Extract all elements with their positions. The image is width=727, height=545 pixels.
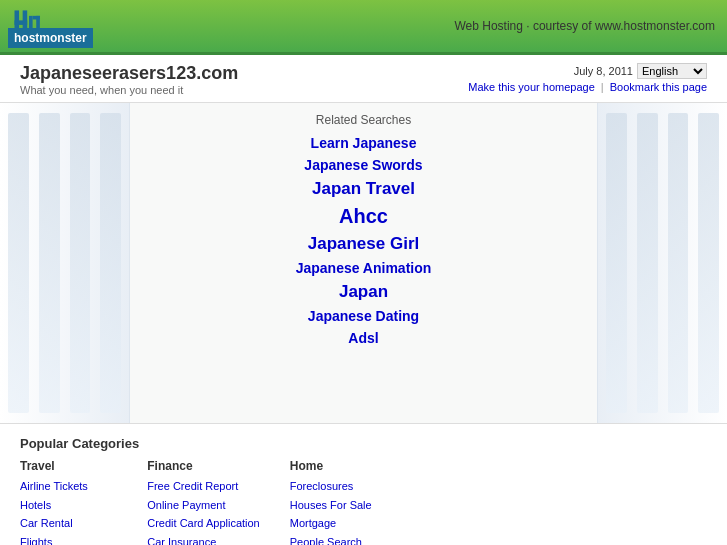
cat-car-insurance[interactable]: Car Insurance — [147, 533, 260, 545]
cat-car-rental[interactable]: Car Rental — [20, 514, 117, 533]
search-link-japan-travel[interactable]: Japan Travel — [312, 177, 415, 201]
search-link-japanese-animation[interactable]: Japanese Animation — [296, 258, 432, 278]
header-links: Make this your homepage | Bookmark this … — [468, 81, 707, 93]
search-link-ahcc[interactable]: Ahcc — [339, 203, 388, 230]
search-link-japanese-girl[interactable]: Japanese Girl — [308, 232, 420, 256]
search-link-japanese-swords[interactable]: Japanese Swords — [304, 155, 422, 175]
date-text: July 8, 2011 — [574, 65, 633, 77]
search-link-japanese-dating[interactable]: Japanese Dating — [308, 306, 419, 326]
site-subtitle: What you need, when you need it — [20, 84, 238, 96]
left-side-column — [0, 103, 130, 423]
stripe-r3 — [668, 113, 689, 413]
search-link-adsl[interactable]: Adsl — [348, 328, 378, 348]
stripe-r1 — [606, 113, 627, 413]
right-side-column — [597, 103, 727, 423]
stripe-4 — [100, 113, 121, 413]
hostmonster-label: hostmonster — [8, 28, 93, 48]
stripe-2 — [39, 113, 60, 413]
search-link-japan[interactable]: Japan — [339, 280, 388, 304]
site-meta: July 8, 2011 English Japanese Make this … — [468, 63, 707, 93]
site-info: Japaneseerasers123.com What you need, wh… — [20, 63, 238, 96]
search-link-learn-japanese[interactable]: Learn Japanese — [311, 133, 417, 153]
cat-mortgage[interactable]: Mortgage — [290, 514, 389, 533]
center-content: Related Searches Learn Japanese Japanese… — [130, 103, 597, 423]
cat-foreclosures[interactable]: Foreclosures — [290, 477, 389, 496]
stripe-r4 — [698, 113, 719, 413]
hosting-text: Web Hosting · courtesy of www.hostmonste… — [454, 19, 715, 33]
cat-airline-tickets[interactable]: Airline Tickets — [20, 477, 117, 496]
popular-categories-title: Popular Categories — [20, 436, 707, 451]
left-stripes — [0, 103, 129, 423]
category-home-heading: Home — [290, 459, 389, 473]
related-searches-label: Related Searches — [150, 113, 577, 127]
language-select[interactable]: English Japanese — [637, 63, 707, 79]
header-top: hostmonster Web Hosting · courtesy of ww… — [0, 0, 727, 55]
category-finance-heading: Finance — [147, 459, 260, 473]
cat-hotels[interactable]: Hotels — [20, 496, 117, 515]
category-finance: Finance Free Credit Report Online Paymen… — [147, 459, 260, 545]
site-title: Japaneseerasers123.com — [20, 63, 238, 84]
search-links-list: Learn Japanese Japanese Swords Japan Tra… — [150, 133, 577, 348]
category-travel: Travel Airline Tickets Hotels Car Rental… — [20, 459, 117, 545]
categories-grid: Travel Airline Tickets Hotels Car Rental… — [20, 459, 707, 545]
date-lang: July 8, 2011 English Japanese — [468, 63, 707, 79]
category-travel-heading: Travel — [20, 459, 117, 473]
cat-houses-for-sale[interactable]: Houses For Sale — [290, 496, 389, 515]
cat-online-payment[interactable]: Online Payment — [147, 496, 260, 515]
main-content: Related Searches Learn Japanese Japanese… — [0, 103, 727, 423]
site-header: Japaneseerasers123.com What you need, wh… — [0, 55, 727, 103]
link-separator: | — [601, 81, 604, 93]
popular-categories-section: Popular Categories Travel Airline Ticket… — [0, 423, 727, 545]
stripe-1 — [8, 113, 29, 413]
bookmark-link[interactable]: Bookmark this page — [610, 81, 707, 93]
cat-people-search[interactable]: People Search — [290, 533, 389, 545]
stripe-r2 — [637, 113, 658, 413]
cat-free-credit-report[interactable]: Free Credit Report — [147, 477, 260, 496]
category-home: Home Foreclosures Houses For Sale Mortga… — [290, 459, 389, 545]
cat-credit-card-application[interactable]: Credit Card Application — [147, 514, 260, 533]
stripe-3 — [70, 113, 91, 413]
cat-flights[interactable]: Flights — [20, 533, 117, 545]
right-stripes — [598, 103, 727, 423]
homepage-link[interactable]: Make this your homepage — [468, 81, 595, 93]
